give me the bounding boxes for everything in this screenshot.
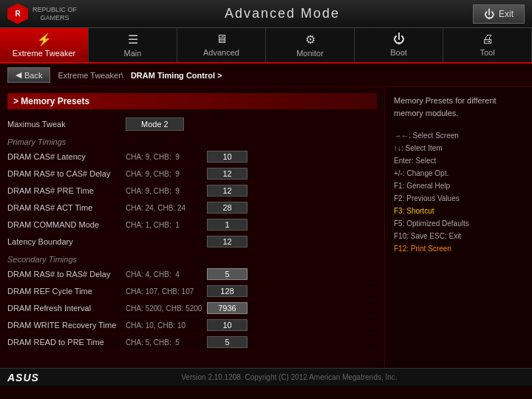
row-input[interactable]: 5: [207, 268, 248, 280]
rog-logo: R REPUBLIC OF GAMERS: [7, 4, 77, 24]
help-description: Memory Presets for different memory modu…: [394, 95, 523, 119]
version-text: Version 2.10.1208. Copyright (C) 2012 Am…: [54, 373, 525, 381]
key-help-item-f3: F3: Shortcut: [394, 205, 523, 217]
monitor-icon: ⚙: [305, 33, 316, 47]
row-channel-values: CHA: 9, CHB: 9: [126, 153, 207, 161]
row-input[interactable]: 10: [207, 151, 248, 163]
tab-boot[interactable]: ⏻ Boot: [355, 28, 443, 62]
row-channel-values: CHA: 9, CHB: 9: [126, 170, 207, 178]
row-label: DRAM RAS# ACT Time: [7, 203, 126, 212]
row-channel-values: CHA: 10, CHB: 10: [126, 321, 207, 330]
row-label: DRAM RAS# to CAS# Delay: [7, 169, 126, 178]
maximus-value[interactable]: Mode 2: [126, 117, 184, 131]
tab-main[interactable]: ☰ Main: [89, 28, 177, 62]
row-label: DRAM RAS# to RAS# Delay: [7, 270, 126, 279]
row-label: DRAM COMMAND Mode: [7, 220, 126, 229]
breadcrumb: ◀ Back Extreme Tweaker\ DRAM Timing Cont…: [0, 64, 532, 87]
table-row: DRAM WRITE Recovery Time CHA: 10, CHB: 1…: [7, 317, 377, 334]
breadcrumb-current: DRAM Timing Control >: [131, 71, 222, 80]
rog-shield-icon: R: [7, 4, 28, 24]
tab-advanced[interactable]: 🖥 Advanced: [177, 28, 266, 62]
table-row: DRAM RAS# ACT Time CHA: 24, CHB: 24 28: [7, 200, 377, 216]
key-help-item: +/-: Change Opt.: [394, 167, 523, 180]
back-button[interactable]: ◀ Back: [7, 67, 50, 83]
key-help-item: F10: Save ESC: Exit: [394, 230, 523, 242]
table-row: DRAM READ to PRE Time CHA: 5, CHB: 5 5: [7, 334, 377, 351]
row-label: DRAM REF Cycle Time: [7, 287, 126, 296]
content-area: > Memory Presets Maximus Tweak Mode 2 Pr…: [0, 87, 532, 368]
table-row: DRAM REF Cycle Time CHA: 107, CHB: 107 1…: [7, 283, 377, 300]
footer: ASUS Version 2.10.1208. Copyright (C) 20…: [0, 368, 532, 386]
nav-tabs: ⚡ Extreme Tweaker ☰ Main 🖥 Advanced ⚙ Mo…: [0, 28, 532, 64]
row-channel-values: CHA: 1, CHB: 1: [126, 221, 207, 229]
row-input[interactable]: 28: [207, 202, 248, 214]
table-row: DRAM COMMAND Mode CHA: 1, CHB: 1 1: [7, 216, 377, 233]
row-label: Latency Boundary: [7, 237, 126, 246]
row-input[interactable]: 12: [207, 185, 248, 197]
key-help-item: F2: Previous Values: [394, 192, 523, 205]
row-label: DRAM WRITE Recovery Time: [7, 321, 126, 330]
right-panel: Memory Presets for different memory modu…: [384, 87, 532, 368]
tab-monitor[interactable]: ⚙ Monitor: [266, 28, 355, 62]
maximus-label: Maximus Tweak: [7, 120, 126, 129]
key-help-item: →←: Select Screen: [394, 129, 523, 142]
row-label: DRAM RAS# PRE Time: [7, 186, 126, 195]
row-input[interactable]: 12: [207, 168, 248, 180]
row-input[interactable]: 10: [207, 319, 248, 331]
row-label: DRAM CAS# Latency: [7, 152, 126, 161]
table-row: DRAM RAS# to RAS# Delay CHA: 4, CHB: 4 5: [7, 266, 377, 283]
row-label: DRAM READ to PRE Time: [7, 338, 126, 347]
row-input[interactable]: 12: [207, 236, 248, 248]
tool-icon: 🖨: [482, 33, 494, 46]
primary-timings-label: Primary Timings: [7, 137, 377, 146]
row-channel-values: CHA: 4, CHB: 4: [126, 270, 207, 279]
row-input[interactable]: 128: [207, 285, 248, 297]
row-input[interactable]: 1: [207, 219, 248, 231]
row-channel-values: CHA: 5200, CHB: 5200: [126, 304, 207, 313]
page-title: Advanced Mode: [92, 6, 473, 21]
exit-icon: ⏻: [484, 8, 494, 20]
table-row: DRAM RAS# PRE Time CHA: 9, CHB: 9 12: [7, 183, 377, 200]
logo-text: REPUBLIC OF GAMERS: [33, 6, 77, 22]
table-row: DRAM Refresh Interval CHA: 5200, CHB: 52…: [7, 300, 377, 317]
key-help: →←: Select Screen ↑↓: Select Item Enter:…: [394, 129, 523, 255]
row-label: DRAM Refresh Interval: [7, 304, 126, 313]
section-header: > Memory Presets: [7, 93, 377, 109]
row-channel-values: CHA: 5, CHB: 5: [126, 338, 207, 347]
table-row: DRAM RAS# to CAS# Delay CHA: 9, CHB: 9 1…: [7, 166, 377, 183]
key-help-item: ↑↓: Select Item: [394, 142, 523, 154]
extreme-tweaker-icon: ⚡: [37, 33, 52, 47]
exit-button[interactable]: ⏻ Exit: [473, 4, 525, 24]
advanced-icon: 🖥: [216, 33, 228, 46]
row-channel-values: CHA: 9, CHB: 9: [126, 187, 207, 195]
main-icon: ☰: [128, 33, 138, 47]
maximus-tweak-row: Maximus Tweak Mode 2: [7, 115, 377, 133]
key-help-item: F1: General Help: [394, 180, 523, 192]
row-input[interactable]: 7936: [207, 302, 248, 314]
table-row: Latency Boundary 12: [7, 233, 377, 250]
table-row: DRAM CAS# Latency CHA: 9, CHB: 9 10: [7, 149, 377, 166]
tab-tool[interactable]: 🖨 Tool: [443, 28, 532, 62]
key-help-item: F5: Optimized Defaults: [394, 217, 523, 230]
key-help-item: Enter: Select: [394, 154, 523, 167]
asus-logo: ASUS: [7, 372, 39, 383]
tab-extreme-tweaker[interactable]: ⚡ Extreme Tweaker: [0, 28, 89, 62]
secondary-timings-label: Secondary Timings: [7, 255, 377, 264]
row-channel-values: CHA: 24, CHB: 24: [126, 204, 207, 212]
left-panel: > Memory Presets Maximus Tweak Mode 2 Pr…: [0, 87, 384, 368]
header: R REPUBLIC OF GAMERS Advanced Mode ⏻ Exi…: [0, 0, 532, 28]
key-help-item-f12: F12: Print Screen: [394, 242, 523, 255]
breadcrumb-path: Extreme Tweaker\: [58, 71, 123, 80]
row-input[interactable]: 5: [207, 336, 248, 348]
row-channel-values: CHA: 107, CHB: 107: [126, 287, 207, 296]
boot-icon: ⏻: [393, 33, 405, 46]
back-arrow-icon: ◀: [16, 70, 21, 80]
